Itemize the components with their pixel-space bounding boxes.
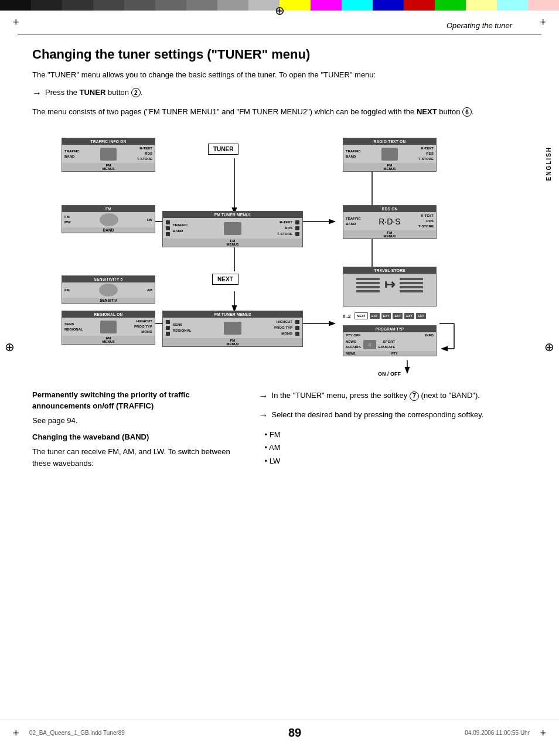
panel-sens-left: FM <box>64 288 70 293</box>
fm-menu1-body: TRAFFICBAND R-TEXTRDST-STORE <box>163 218 302 239</box>
fm-menu2-right-btns <box>295 320 299 336</box>
next-label-text: NEXT <box>217 276 233 282</box>
panel-regional-left: SENSREGIONAL <box>64 322 83 332</box>
panel-fm-icon <box>100 213 118 226</box>
traffic-heading: Permanently switching the priority of tr… <box>32 390 241 411</box>
panel-program-row2: NEWSAFFAIRS ♫ SPORTEDUCATE <box>343 338 436 351</box>
panel-rds-icon: R·D·S <box>379 217 400 226</box>
page-footer: 02_BA_Queens_1_GB.indd Tuner89 89 04.09.… <box>0 720 559 745</box>
panel-program-icon: ♫ <box>363 340 376 349</box>
panel-travel-store-header: TRAVEL STORE <box>343 267 436 274</box>
fm-menu1-left-btns <box>166 220 170 236</box>
fm-menu2-content: SENSREGIONAL HIGHCUTPROG TYPMONO <box>173 319 292 336</box>
panel-sens-icon <box>99 284 118 297</box>
panel-radio-text-body: TRAFFICBAND R-TEXTRDST-STORE <box>343 145 436 163</box>
fm-menu1-text-right: R-TEXTRDST-STORE <box>277 220 292 237</box>
ext-btn-2: EXT <box>381 313 391 319</box>
panel-radio-text-right: R-TEXTRDST-STORE <box>418 146 434 162</box>
panel-rds-body: TRAFFICBAND R·D·S R-TEXTRDST-STORE <box>343 212 436 230</box>
bottom-left-content: Permanently switching the priority of tr… <box>32 390 241 475</box>
fm-menu1-right-btns <box>295 220 299 236</box>
panel-rds-on: RDS ON TRAFFICBAND R·D·S R-TEXTRDST-STOR… <box>343 205 437 239</box>
panel-travel-store: TRAVEL STORE ↦ <box>343 267 437 307</box>
panel-program-row1: PTY OFF INFO <box>343 332 436 338</box>
panel-regional-on: REGIONAL ON SENSREGIONAL HIGHCUTPROG TYP… <box>62 311 155 345</box>
next-label-box: NEXT <box>212 274 238 285</box>
travel-store-arrow-icon: ↦ <box>384 277 395 292</box>
panel-radio-text-on: RADIO TEXT ON TRAFFICBAND R-TEXTRDST-STO… <box>343 138 437 172</box>
panel-sensitivity-body: FM AM <box>62 282 155 298</box>
panel-program-typ: PROGRAM TYP PTY OFF INFO NEWSAFFAIRS ♫ S… <box>343 325 437 356</box>
panel-fm-tuner-menu1: FM TUNER MENU1 TRAFFICBAND R-TEXTRDST-ST… <box>162 211 303 247</box>
panel-rds-footer: FMMENU1 <box>343 230 436 239</box>
range-label: 0..2 <box>343 314 350 319</box>
panel-traffic-right: R-TEXTRDST-STORE <box>137 146 152 162</box>
panel-traffic-icon <box>100 148 117 161</box>
tuner-label-box: TUNER <box>208 144 238 155</box>
panel-fm-body: FMMW LW <box>62 212 155 227</box>
ext-btn-5: EXT <box>416 313 426 319</box>
panel-traffic-footer: FMMENU1 <box>62 163 155 171</box>
page-title: Changing the tuner settings ("TUNER" men… <box>32 47 530 62</box>
fm-menu1-footer: FMMENU1 <box>163 239 302 247</box>
intro-text-1: The "TUNER" menu allows you to change th… <box>32 69 530 81</box>
panel-rds-left: TRAFFICBAND <box>346 216 361 227</box>
panel-fm-footer: BAND <box>62 227 155 233</box>
panel-regional-body: SENSREGIONAL HIGHCUTPROG TYPMONO <box>62 318 155 336</box>
fm-menu2-text-left: SENSREGIONAL <box>173 322 192 333</box>
fm-menu1-header: FM TUNER MENU1 <box>163 212 302 218</box>
arrow-symbol-1: → <box>32 86 42 100</box>
reg-mark-mid-right: ⊕ <box>544 340 554 354</box>
panel-program-footer: NEWS PTY <box>343 351 436 356</box>
panel-regional-header: REGIONAL ON <box>62 311 155 318</box>
right-instruction-1: In the "TUNER" menu, press the softkey 7… <box>272 390 480 401</box>
intro-text-2: The menu consists of two pages ("FM TUNE… <box>32 106 530 118</box>
panel-fm-right: LW <box>147 217 152 223</box>
right-arrow-2: → Select the desired band by pressing th… <box>259 409 530 423</box>
travel-store-lines-right <box>400 278 423 292</box>
next-bold: NEXT <box>417 107 437 116</box>
panel-traffic-info-body: TRAFFICBAND R-TEXTRDST-STORE <box>62 145 155 163</box>
band-heading: Changing the waveband (BAND) <box>32 432 241 442</box>
footer-left-text: 02_BA_Queens_1_GB.indd Tuner89 <box>29 730 125 736</box>
panel-fm-tuner-menu2: FM TUNER MENU2 SENSREGIONAL HIGHCUTPROG … <box>162 311 303 347</box>
panel-fm-header: FM <box>62 206 155 212</box>
ext-btn-3: EXT <box>393 313 403 319</box>
footer-right-text: 04.09.2006 11:00:55 Uhr <box>465 730 530 736</box>
side-label-english: ENGLISH <box>546 147 552 181</box>
fm-menu2-text-right: HIGHCUTPROG TYPMONO <box>274 319 292 336</box>
button-num-7: 7 <box>410 391 419 401</box>
pp-footer-news: NEWS <box>346 352 356 355</box>
next-ext-btn: NEXT <box>355 312 368 319</box>
panel-sensitivity: SENSITIVITY 6 FM AM SENSITIV <box>62 275 155 304</box>
button-num-6: 6 <box>462 107 472 117</box>
right-instruction-2: Select the desired band by pressing the … <box>272 409 484 421</box>
travel-store-lines <box>356 278 380 292</box>
fm-menu1-content: TRAFFICBAND R-TEXTRDST-STORE <box>173 220 292 237</box>
fm-menu1-text-left: TRAFFICBAND <box>173 223 188 234</box>
tuner-label-text: TUNER <box>213 146 233 152</box>
panel-regional-icon <box>100 321 117 333</box>
on-off-text: ON / OFF <box>378 371 401 377</box>
panel-regional-footer: FMMENU2 <box>62 336 155 344</box>
fm-menu2-footer: FMMENU2 <box>163 338 302 346</box>
panel-traffic-info-on: TRAFFIC INFO ON TRAFFICBAND R-TEXTRDST-S… <box>62 138 155 172</box>
panel-fm: FM FMMW LW BAND <box>62 205 155 233</box>
waveband-fm: FM <box>265 428 530 441</box>
ext-buttons-row: 0..2 NEXT EXT EXT EXT EXT EXT <box>343 312 426 319</box>
panel-rds-right: R-TEXTRDST-STORE <box>418 213 434 229</box>
bottom-section: Permanently switching the priority of tr… <box>32 390 530 486</box>
fm-menu1-icon <box>224 222 241 235</box>
panel-traffic-info-header: TRAFFIC INFO ON <box>62 138 155 145</box>
fm-menu2-left-btns <box>166 320 170 336</box>
panel-travel-store-body: ↦ <box>343 274 436 296</box>
panel-sensitivity-header: SENSITIVITY 6 <box>62 276 155 282</box>
panel-radio-text-footer: FMMENU1 <box>343 163 436 171</box>
panel-regional-right: HIGHCUTPROG TYPMONO <box>134 319 152 335</box>
ext-btn-4: EXT <box>404 313 414 319</box>
arrow-sym-right-1: → <box>259 389 268 403</box>
panel-program-left-text: NEWSAFFAIRS <box>346 339 361 350</box>
ext-btn-1: EXT <box>370 313 380 319</box>
press-tuner-instruction: → Press the TUNER button 2. <box>32 87 530 100</box>
press-tuner-text: Press the TUNER button 2. <box>45 87 142 98</box>
